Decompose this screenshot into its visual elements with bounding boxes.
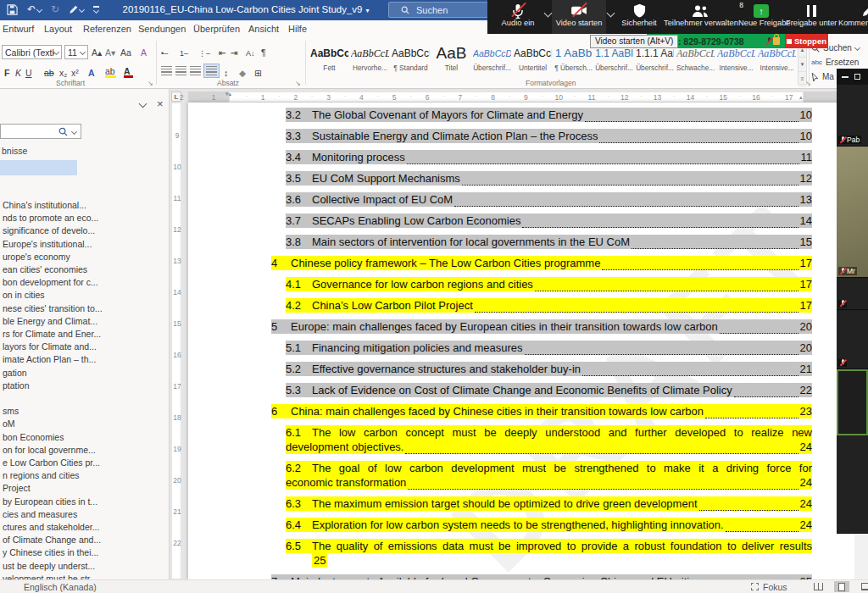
toc-entry-4[interactable]: 4Chinese policy framework – The Low Carb…: [271, 256, 812, 270]
toc-entry-3.4[interactable]: 3.4Monitoring process11: [286, 150, 812, 164]
ribbon-tab-4[interactable]: Überprüfen: [193, 24, 240, 34]
clear-formatting-button[interactable]: A: [141, 44, 147, 58]
zoom-security-button[interactable]: Sicherheit: [616, 0, 662, 34]
bullets-button[interactable]: •–: [161, 44, 168, 58]
line-spacing-button[interactable]: ↕: [224, 64, 228, 78]
toc-entry-3.5[interactable]: 3.5EU CoM Support Mechanisms12: [286, 171, 812, 186]
style-card-0[interactable]: AaBbCcIFett: [310, 43, 348, 72]
grow-font-button[interactable]: A▴: [92, 44, 102, 58]
italic-button[interactable]: K: [15, 64, 21, 78]
toc-entry-6.4[interactable]: 6.4Exploration for low carbon system nee…: [286, 518, 812, 532]
change-case-button[interactable]: Aa: [120, 44, 131, 58]
show-paragraph-marks-button[interactable]: ¶: [261, 44, 266, 58]
style-card-3[interactable]: AaBTitel: [432, 43, 470, 72]
ribbon-tab-5[interactable]: Ansicht: [248, 24, 279, 34]
nav-selected-item[interactable]: [0, 160, 77, 175]
align-left-button[interactable]: [161, 66, 172, 75]
save-icon[interactable]: [7, 4, 18, 15]
style-card-5[interactable]: AaBbCcDUntertitel: [514, 43, 552, 72]
styles-gallery-scroll[interactable]: ▲▼≡: [798, 42, 807, 85]
style-card-2[interactable]: AaBbCcDc¶ Standard: [392, 43, 430, 72]
toc-entry-5.3[interactable]: 5.3Lack of Evidence on Cost of Climate C…: [286, 383, 812, 397]
font-color-button[interactable]: A: [124, 63, 131, 76]
redo-button[interactable]: ↻: [51, 3, 59, 15]
nav-search-box[interactable]: [0, 124, 81, 139]
subscript-button[interactable]: x₂: [59, 64, 67, 78]
undo-button[interactable]: ↶: [27, 3, 42, 15]
zoom-audio-button[interactable]: Audio ein: [494, 0, 542, 34]
toc-entry-6[interactable]: 6China: main challenges faced by Chinese…: [271, 404, 812, 418]
paragraph-dialog-launcher[interactable]: ↘: [295, 80, 301, 87]
language-status[interactable]: Englisch (Kanada): [24, 582, 97, 592]
shading-button[interactable]: ◆: [239, 64, 246, 78]
decrease-indent-button[interactable]: ⇤: [219, 44, 226, 58]
toc-entry-3.3[interactable]: 3.3Sustainable Energy and Climate Action…: [286, 129, 812, 143]
select-button[interactable]: Ma: [811, 72, 834, 81]
video-tile-3[interactable]: [837, 310, 868, 369]
video-tile-1[interactable]: Mr: [837, 147, 868, 278]
numbering-button[interactable]: 1–: [180, 44, 188, 58]
toc-entry-3.2[interactable]: 3.2The Global Covenant of Mayors for Cli…: [286, 108, 812, 122]
toc-entry-5[interactable]: 5Europe: main challenges faced by Europe…: [271, 319, 812, 334]
strikethrough-button[interactable]: ab: [44, 64, 54, 78]
increase-indent-button[interactable]: ⇥: [231, 44, 238, 58]
video-options-chevron[interactable]: [607, 9, 615, 18]
ribbon-tab-3[interactable]: Sendungen: [138, 24, 186, 34]
toc-entry-4.2[interactable]: 4.2China’s Low Carbon Pilot Project17: [286, 298, 812, 313]
ribbon-tab-6[interactable]: Hilfe: [288, 24, 307, 34]
document-title[interactable]: 20190116_EU-China Low-Carbon Cities Join…: [114, 4, 377, 14]
video-tile-2[interactable]: [837, 278, 868, 310]
expand-icon[interactable]: [854, 74, 860, 80]
toc-entry-3.6[interactable]: 3.6Collective Impact of EU CoM13: [286, 192, 812, 207]
toc-entry-6.2[interactable]: 6.2The goal of low carbon development mu…: [286, 461, 812, 490]
style-card-6[interactable]: 1 AaBb¶ Übersch...: [554, 43, 593, 72]
titlebar-search-box[interactable]: Suchen: [388, 2, 488, 18]
ribbon-tab-2[interactable]: Referenzen: [83, 24, 131, 34]
highlight-color-button[interactable]: ab: [105, 63, 115, 76]
minimize-icon[interactable]: [842, 76, 849, 78]
web-layout-button[interactable]: [858, 581, 868, 592]
superscript-button[interactable]: x²: [71, 64, 79, 78]
video-tile-4[interactable]: [837, 369, 868, 435]
focus-button[interactable]: Fokus: [763, 582, 787, 592]
ribbon-tab-1[interactable]: Layout: [44, 24, 72, 34]
toc-entry-3.7[interactable]: 3.7SECAPs Enabling Low Carbon Economies1…: [286, 213, 812, 228]
text-effects-button[interactable]: A: [88, 64, 95, 78]
document-page[interactable]: DRAFT 3.2The Global Covenant of Mayors f…: [188, 103, 854, 579]
underline-button[interactable]: U: [25, 64, 32, 78]
font-size-combo[interactable]: 11: [64, 45, 88, 59]
sort-button[interactable]: A↓: [246, 44, 255, 58]
zoom-video-button[interactable]: Video starten: [552, 0, 606, 34]
ribbon-tab-0[interactable]: Entwurf: [3, 24, 34, 34]
draw-mode-button[interactable]: [69, 5, 84, 14]
video-tile-5[interactable]: [837, 435, 868, 534]
shrink-font-button[interactable]: A▾: [105, 44, 115, 58]
toc-entry-6.5[interactable]: 6.5The quality of emissions data must be…: [286, 539, 812, 568]
style-card-4[interactable]: AaBbCcDcÜberschrif...: [473, 43, 511, 72]
justify-button[interactable]: [203, 64, 220, 78]
nav-pane-close-icon[interactable]: ×: [157, 97, 164, 110]
toc-entry-5.1[interactable]: 5.1Financing mitigation policies and mea…: [286, 341, 812, 355]
customize-qat-button[interactable]: [93, 6, 99, 12]
bold-button[interactable]: F: [4, 64, 9, 78]
toc-entry-3.8[interactable]: 3.8Main sectors of intervention for loca…: [286, 235, 812, 249]
print-layout-button[interactable]: [834, 581, 849, 592]
replace-button[interactable]: abc Ersetzen: [811, 58, 859, 67]
toc-entry-6.1[interactable]: 6.1The low carbon concept must be deeply…: [286, 425, 812, 454]
toc-entry-6.3[interactable]: 6.3The maximum emission target should be…: [286, 496, 812, 511]
toc-entry-5.2[interactable]: 5.2Effective governance structures and s…: [286, 362, 812, 376]
audio-options-chevron[interactable]: [544, 9, 553, 18]
nav-results-tab[interactable]: bnisse: [2, 146, 27, 156]
font-name-combo[interactable]: Calibri (Textk: [2, 45, 62, 59]
font-dialog-launcher[interactable]: ↘: [147, 80, 153, 87]
zoom-pause-share-button[interactable]: Freigabe unter: [786, 0, 837, 34]
toc-entry-4.1[interactable]: 4.1Governance for low carbon regions and…: [286, 277, 812, 291]
read-mode-button[interactable]: [810, 581, 826, 592]
right-indent-marker[interactable]: ▴: [799, 95, 803, 100]
zoom-annotate-button[interactable]: Kommentieren: [838, 0, 868, 34]
zoom-new-share-button[interactable]: ↑ Neue Freigabe: [738, 0, 784, 34]
video-tile-0[interactable]: Pab: [837, 85, 868, 147]
style-card-1[interactable]: AaBbCcLHervorhe...: [351, 43, 389, 72]
align-right-button[interactable]: [190, 66, 201, 75]
stop-share-button[interactable]: Stoppen: [785, 34, 828, 48]
